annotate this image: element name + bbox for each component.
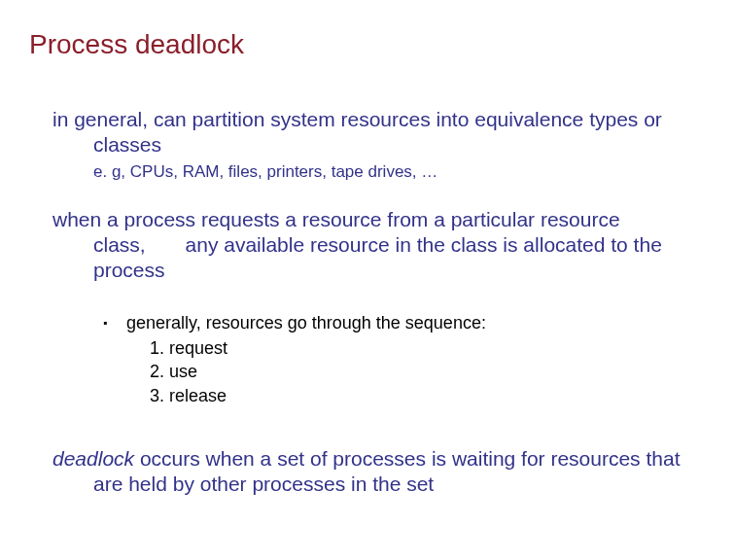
- sequence-block: ▪ generally, resources go through the se…: [103, 311, 696, 407]
- paragraph-partition: in general, can partition system resourc…: [52, 107, 696, 158]
- list-item: 1. request: [150, 336, 696, 360]
- numbered-list: 1. request 2. use 3. release: [150, 336, 696, 407]
- paragraph-request: when a process requests a resource from …: [52, 207, 696, 284]
- para2-part-b: any available resource in the class is a…: [93, 233, 662, 281]
- slide-title: Process deadlock: [29, 29, 244, 60]
- bullet-row: ▪ generally, resources go through the se…: [103, 311, 696, 407]
- list-item: 3. release: [150, 384, 696, 407]
- slide-body: in general, can partition system resourc…: [52, 107, 696, 497]
- list-item: 2. use: [150, 360, 696, 383]
- bullet-lead-text: generally, resources go through the sequ…: [126, 313, 486, 332]
- deadlock-rest: occurs when a set of processes is waitin…: [93, 447, 680, 495]
- slide: { "title": "Process deadlock", "para1": …: [0, 0, 735, 560]
- example-line: e. g, CPUs, RAM, files, printers, tape d…: [93, 162, 696, 182]
- square-bullet-icon: ▪: [103, 311, 126, 334]
- paragraph-deadlock: deadlock occurs when a set of processes …: [52, 446, 696, 498]
- deadlock-em: deadlock: [52, 447, 134, 470]
